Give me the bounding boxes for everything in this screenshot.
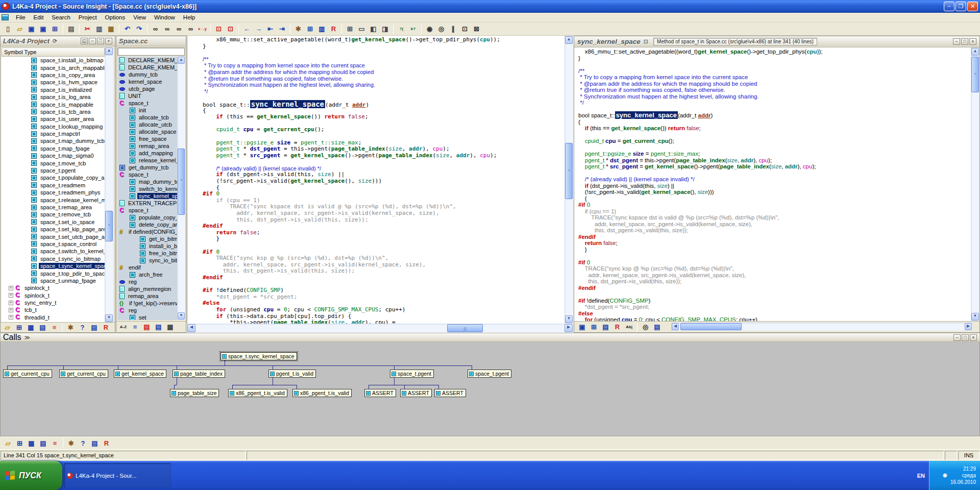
file-symbol-item[interactable]: Creg xyxy=(117,307,177,314)
panel-maximize-button[interactable]: □ xyxy=(962,334,969,341)
symbol-item[interactable]: space_t.lookup_mapping xyxy=(2,123,105,130)
save-icon[interactable]: ▣ xyxy=(577,322,587,332)
symbol-item[interactable]: space_t.space_control xyxy=(2,240,105,248)
relation-window-icon[interactable]: ▥ xyxy=(316,24,327,34)
project-scrollbar[interactable]: ▲ ≡ ▼ xyxy=(105,47,113,322)
scroll-left-icon[interactable]: ◀ xyxy=(672,323,679,330)
scroll-thumb[interactable]: ≡ xyxy=(178,149,185,215)
symbol-item[interactable]: space_t.set_kip_page_area xyxy=(2,226,105,233)
lens-icon[interactable]: ◎ xyxy=(640,322,651,332)
call-node[interactable]: space_t.sync_kernel_space xyxy=(220,352,297,360)
toggle-context-icon[interactable]: ◉ xyxy=(424,24,435,34)
window-list-icon[interactable]: ▭ xyxy=(356,24,367,34)
symbol-item[interactable]: space_t.pgent xyxy=(2,167,105,174)
toggle-panel-icon[interactable]: ⊡ xyxy=(459,24,470,34)
file-symbol-item[interactable]: free_space xyxy=(117,135,177,142)
save-as-icon[interactable]: ▣ xyxy=(38,24,48,34)
menu-project[interactable]: Project xyxy=(75,13,101,21)
file-symbol-item[interactable]: get_dummy_tcb xyxy=(117,164,177,171)
help-keyword-icon[interactable]: k? xyxy=(408,24,419,34)
symbol-type-icon[interactable]: ≡ xyxy=(49,323,60,333)
file-symbol-item[interactable]: DECLARE_KMEM_( xyxy=(117,64,177,71)
scroll-thumb[interactable]: ≡ xyxy=(565,143,573,199)
expand-icon[interactable]: + xyxy=(9,308,13,312)
minimize-button[interactable]: − xyxy=(944,2,954,11)
file-symbol-item[interactable]: allocate_tcb xyxy=(117,114,177,121)
panel-close-button[interactable]: × xyxy=(970,334,977,341)
find-next-icon[interactable]: ∞ xyxy=(174,24,184,34)
symbol-item[interactable]: space_t.is_mappable xyxy=(2,101,105,108)
panel-close-button[interactable]: × xyxy=(105,38,112,44)
file-symbol-item[interactable]: release_kernel_m xyxy=(117,157,177,164)
menu-window[interactable]: Window xyxy=(150,13,179,21)
symbol-item[interactable]: +Cspinlock_t xyxy=(2,292,105,299)
call-node[interactable]: get_current_cpu xyxy=(3,370,52,378)
symbol-item[interactable]: space_t.move_tcb xyxy=(2,159,105,166)
undo-icon[interactable]: ↶ xyxy=(122,24,133,34)
menu-view[interactable]: View xyxy=(129,13,150,21)
expand-icon[interactable]: + xyxy=(9,315,13,320)
file-symbol-item[interactable]: Cspace_t xyxy=(117,100,177,107)
file-symbol-item[interactable]: {}if !get_kip()->reserve xyxy=(117,300,177,307)
panel-maximize-button[interactable]: □ xyxy=(961,38,968,45)
call-node[interactable]: get_current_cpu xyxy=(59,370,108,378)
go-back-icon[interactable]: ← xyxy=(241,24,252,34)
symbol-item[interactable]: space_t.is_log_area xyxy=(2,93,105,101)
menu-search[interactable]: Search xyxy=(47,13,74,21)
jump-caller-icon[interactable]: ⇤ xyxy=(265,24,276,34)
context-window-icon[interactable]: ⊞ xyxy=(305,24,315,34)
scroll-down-icon[interactable]: ▼ xyxy=(971,313,979,321)
file-symbol-item[interactable]: switch_to_kernel xyxy=(117,185,177,192)
browse-project-icon[interactable]: ▤ xyxy=(37,323,48,333)
taskbar-task-button[interactable]: L4Ka-4 Project - Sour... xyxy=(64,463,171,488)
scroll-down-icon[interactable]: ▼ xyxy=(178,312,185,320)
symbol-item[interactable]: space_t.populate_copy_area xyxy=(2,174,105,181)
symbol-list[interactable]: space_t.install_io_bitmapspace_t.is_arch… xyxy=(2,57,105,322)
file-symbol-item[interactable]: utcb_page xyxy=(117,85,177,92)
file-symbol-item[interactable]: align_memregion xyxy=(117,285,177,292)
editor-hscrollbar[interactable]: ◀ ||| ▶ xyxy=(187,324,573,333)
help-icon[interactable]: ? xyxy=(78,438,88,448)
panel-minimize-button[interactable]: − xyxy=(953,38,960,45)
expand-icon[interactable]: + xyxy=(9,301,13,305)
list-type-icon[interactable]: ▤ xyxy=(141,322,152,332)
find-files-icon[interactable]: ∞ xyxy=(185,24,196,34)
symbol-item[interactable]: +Csync_entry_t xyxy=(2,299,105,306)
call-node[interactable]: page_table_index xyxy=(173,370,225,378)
file-symbol-item[interactable]: install_io_bitm xyxy=(117,242,177,250)
start-button[interactable]: ПУСК xyxy=(0,461,62,490)
file-symbol-item[interactable]: reg xyxy=(117,278,177,285)
call-node[interactable]: space_t.pgent xyxy=(468,370,511,378)
file-symbol-item[interactable]: get_io_bitmap xyxy=(117,235,177,242)
project-open-icon[interactable]: ▱ xyxy=(3,438,13,448)
help-context-icon[interactable]: ?( xyxy=(396,24,407,34)
toggle-link-icon[interactable]: ∥ xyxy=(448,24,458,34)
browse-hand-icon[interactable]: ✱ xyxy=(66,438,77,448)
symbol-item[interactable]: space_t.map_fpage xyxy=(2,145,105,152)
save-icon[interactable]: ▣ xyxy=(26,24,37,34)
print-icon[interactable]: ▤ xyxy=(66,24,77,34)
docs-icon[interactable]: ▤ xyxy=(652,322,663,332)
symbol-item[interactable]: space_t.remove_tcb xyxy=(2,211,105,218)
symbol-type-header[interactable]: Symbol Type xyxy=(2,47,105,57)
scroll-down-icon[interactable]: ▼ xyxy=(105,314,113,322)
file-symbol-item[interactable]: kernel_space xyxy=(117,78,177,85)
symbol-item[interactable]: space_t.is_user_area xyxy=(2,115,105,122)
bookmark-list-icon[interactable]: ⊡ xyxy=(225,24,236,34)
copy-icon[interactable]: ▥ xyxy=(94,24,105,34)
file-symbol-item[interactable]: Cspace_t xyxy=(117,207,177,214)
file-symbol-item[interactable]: sync_kernel_spac xyxy=(117,192,177,200)
file-symbol-item[interactable]: free_io_bitmap xyxy=(117,250,177,257)
file-symbol-item[interactable]: #if defined(CONFIG_X xyxy=(117,228,177,235)
symbol-item[interactable]: space_t.readmem xyxy=(2,182,105,189)
symbol-item[interactable]: space_t.install_io_bitmap xyxy=(2,57,105,64)
symbol-filter-input[interactable] xyxy=(117,47,185,56)
file-list-icon[interactable]: ▦ xyxy=(26,438,37,448)
browse-hand-icon[interactable]: ✱ xyxy=(65,323,76,333)
file-symbol-item[interactable]: dummy_tcb xyxy=(117,71,177,78)
scroll-thumb[interactable]: ≡ xyxy=(105,211,113,241)
document-icon[interactable] xyxy=(2,14,9,20)
find-icon[interactable]: ∞ xyxy=(150,24,161,34)
symbol-item[interactable]: space_t.unmap_fpage xyxy=(2,277,105,284)
file-symbol-item[interactable]: #endif xyxy=(117,264,177,271)
